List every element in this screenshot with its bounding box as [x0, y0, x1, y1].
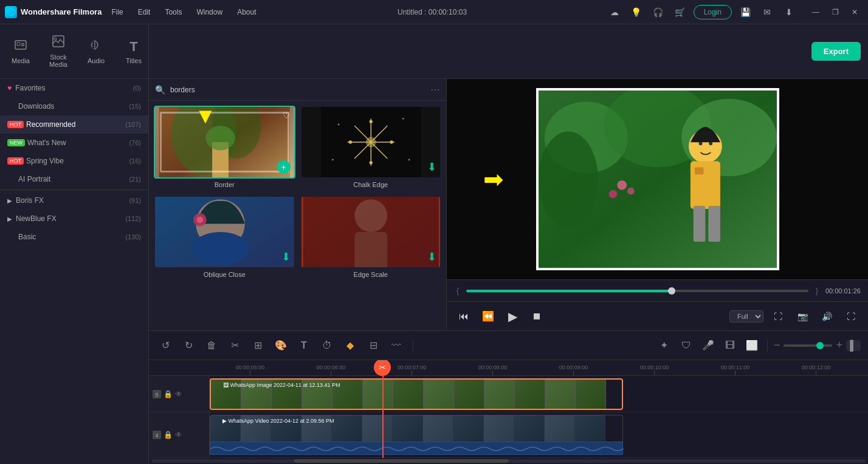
mic-button[interactable]: 🎤	[699, 336, 717, 355]
snapshot-button[interactable]: 📷	[793, 307, 812, 326]
email-icon[interactable]: ✉	[759, 4, 776, 21]
skip-back-button[interactable]: ⏮	[454, 307, 474, 326]
sidebar-label-spring-vibe: Spring Vibe	[26, 157, 129, 165]
effect-edge-scale[interactable]: ⬇ Edge Scale	[300, 196, 442, 281]
shield-button[interactable]: 🛡	[677, 336, 695, 355]
track-lock-v5[interactable]: 🔒	[164, 390, 173, 398]
audio-label: Audio	[88, 57, 105, 64]
window-controls: — ❐ ✕	[807, 4, 863, 21]
wave-button[interactable]: 〰	[387, 336, 405, 355]
crop-button[interactable]: ⊞	[249, 336, 267, 355]
frame-back-button[interactable]: ⏪	[478, 307, 498, 326]
sidebar-count-recommended: (107)	[125, 121, 141, 128]
text-button[interactable]: T	[295, 336, 313, 355]
play-button[interactable]: ▶	[503, 307, 522, 326]
menu-window[interactable]: Window	[194, 7, 225, 18]
headset-icon[interactable]: 🎧	[650, 4, 667, 21]
search-input[interactable]	[170, 86, 425, 94]
svg-point-7	[54, 38, 57, 40]
track-header-v4: 4 🔒 👁	[149, 412, 210, 457]
sidebar-item-ai-portrait[interactable]: AI Portrait (21)	[0, 170, 148, 188]
effect-download-oblique[interactable]: ⬇	[281, 250, 291, 264]
effect-heart-border[interactable]: ♡	[283, 111, 291, 120]
tool-titles[interactable]: T Titles	[115, 34, 149, 69]
fullscreen-button[interactable]: ⛶	[841, 307, 861, 326]
film-button[interactable]: 🎞	[721, 336, 739, 355]
sparkle-button[interactable]: ✦	[655, 336, 673, 355]
minimize-button[interactable]: —	[807, 4, 824, 21]
preview-timeline-slider[interactable]	[466, 290, 808, 292]
sidebar-item-whats-new[interactable]: NEW What's New (76)	[0, 134, 148, 152]
close-button[interactable]: ✕	[846, 4, 863, 21]
cloud-icon[interactable]: ☁	[606, 4, 623, 21]
fit-to-screen-button[interactable]: ⛶	[768, 307, 788, 326]
effect-name-edge: Edge Scale	[300, 268, 442, 281]
ruler-mark-8: 00:00:13:00	[856, 364, 868, 375]
svg-point-29	[337, 124, 339, 126]
effect-download-edge[interactable]: ⬇	[427, 250, 436, 264]
tool-audio[interactable]: Audio	[78, 33, 114, 69]
ruler-time-5: 00:00:10:00	[640, 364, 669, 370]
maximize-button[interactable]: ❐	[827, 4, 844, 21]
cut-button[interactable]: ✂	[226, 336, 244, 355]
effect-chalk-edge[interactable]: ⬇ Chalk Edge	[300, 106, 442, 191]
toolbar-separator	[413, 339, 413, 352]
effect-oblique-close[interactable]: ⬇ Oblique Close	[154, 196, 295, 281]
speaker-button[interactable]: 🔊	[817, 307, 836, 326]
sidebar-item-boris-fx[interactable]: ▶ Boris FX (91)	[0, 191, 148, 210]
speed-button[interactable]: ⏱	[318, 336, 336, 355]
effect-download-chalk[interactable]: ⬇	[427, 160, 436, 174]
ruler-time-3: 00:00:08:00	[478, 364, 508, 370]
sidebar-item-spring-vibe[interactable]: HOT Spring Vibe (16)	[0, 152, 148, 170]
bracket-left-button[interactable]: {	[454, 287, 461, 295]
menu-tools[interactable]: Tools	[162, 7, 184, 18]
bracket-right-button[interactable]: }	[813, 287, 821, 295]
top-toolbar: Media Stock Media	[0, 24, 868, 79]
ruler-tick-3	[492, 370, 493, 375]
color-button[interactable]: 🎨	[272, 336, 290, 355]
sidebar-item-downloads[interactable]: Downloads (15)	[0, 97, 148, 115]
track-eye-v5[interactable]: 👁	[175, 390, 182, 398]
timeline-toolbar: ↺ ↻ 🗑 ✂ ⊞ 🎨 T ⏱ ◆ ⊟ 〰	[149, 331, 868, 360]
effect-border[interactable]: ♡ + Border	[154, 106, 295, 191]
menu-file[interactable]: File	[109, 7, 125, 18]
grid-view-button[interactable]: ⋯	[430, 84, 440, 95]
sidebar-item-basic[interactable]: Basic (130)	[0, 228, 148, 246]
svg-point-14	[171, 107, 237, 175]
zoom-plus-icon[interactable]: +	[836, 339, 842, 352]
redo-button[interactable]: ↻	[179, 336, 198, 355]
download-icon[interactable]: ⬇	[780, 4, 797, 21]
timeline-toolbar-right: ✦ 🛡 🎤 🎞 ⬜ − + ▌	[655, 336, 861, 355]
timeline-right-edge-button[interactable]: ▌	[846, 340, 861, 351]
zoom-slider[interactable]	[784, 344, 832, 347]
menu-about[interactable]: About	[235, 7, 258, 18]
export-button[interactable]: Export	[811, 42, 861, 61]
pin-button[interactable]: ◆	[341, 336, 359, 355]
tool-media[interactable]: Media	[2, 33, 39, 69]
zoom-minus-icon[interactable]: −	[774, 339, 780, 352]
tool-stock-media[interactable]: Stock Media	[40, 30, 77, 73]
adjust-button[interactable]: ⊟	[364, 336, 382, 355]
clip-v5[interactable]: 🖼 WhatsApp Image 2022-04-11 at 12.13.41 …	[210, 378, 623, 410]
menu-edit[interactable]: Edit	[136, 7, 153, 18]
sidebar-count-spring-vibe: (16)	[129, 157, 141, 165]
yellow-right-arrow-annotation: ➡	[483, 165, 504, 193]
delete-button[interactable]: 🗑	[202, 336, 221, 355]
save-icon[interactable]: 💾	[737, 4, 754, 21]
sidebar-item-favorites[interactable]: ♥ Favorites (0)	[0, 79, 148, 97]
cart-icon[interactable]: 🛒	[672, 4, 689, 21]
stop-button[interactable]: ⏹	[527, 307, 546, 326]
login-button[interactable]: Login	[694, 5, 732, 19]
scene-button[interactable]: ⬜	[743, 336, 761, 355]
lightbulb-icon[interactable]: 💡	[628, 4, 645, 21]
hscroll-track[interactable]	[151, 459, 866, 463]
sidebar-item-newblue-fx[interactable]: ▶ NewBlue FX (112)	[0, 210, 148, 228]
svg-point-51	[608, 190, 617, 199]
undo-button[interactable]: ↺	[156, 336, 174, 355]
track-lock-v4[interactable]: 🔒	[164, 431, 173, 439]
sidebar-item-recommended[interactable]: HOT Recommended (107)	[0, 115, 148, 134]
toolbar-left: Media Stock Media	[0, 24, 149, 78]
track-eye-v4[interactable]: 👁	[175, 431, 182, 439]
effect-add-border[interactable]: +	[277, 160, 291, 174]
quality-select[interactable]: Full 1/2 1/4	[729, 310, 763, 322]
